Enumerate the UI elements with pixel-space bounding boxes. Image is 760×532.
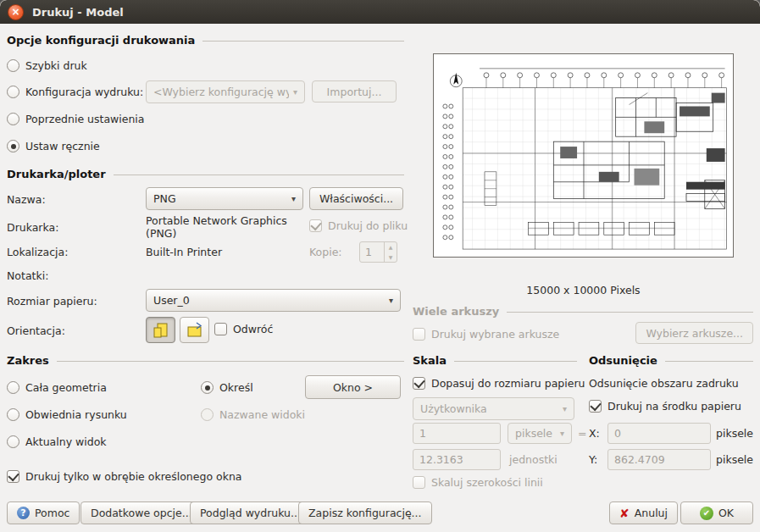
window-button[interactable]: Okno >	[305, 375, 401, 399]
button-label: Importuj...	[327, 86, 382, 98]
location-label: Lokalizacja:	[7, 246, 68, 258]
radio-icon[interactable]	[7, 435, 19, 448]
radio-icon[interactable]	[7, 408, 19, 421]
radio-icon[interactable]	[7, 59, 19, 72]
cad-drawing	[434, 54, 733, 257]
divider	[114, 175, 404, 175]
cancel-button[interactable]: ✘ Anuluj	[609, 502, 678, 524]
only-window-checkbox[interactable]: Drukuj tylko w obrębie określonego okna	[7, 470, 242, 483]
radio-quick-print[interactable]: Szybki druk	[7, 59, 87, 72]
section-heading-print-config: Opcje konfiguracji drukowania	[7, 34, 404, 47]
paper-size-label: Rozmiar papieru:	[7, 295, 97, 308]
spin-down-icon: ▼	[385, 252, 397, 263]
section-heading-printer: Drukarka/ploter	[7, 168, 404, 180]
radio-label: Ustaw ręcznie	[25, 140, 100, 152]
paper-size-combobox[interactable]: User_0 ▾	[146, 289, 401, 312]
center-on-paper-checkbox[interactable]: Drukuj na środku papieru	[589, 400, 741, 413]
print-config-combobox: <Wybierz konfigurację wyc ▾	[146, 80, 305, 103]
input-value: 862.4709	[614, 453, 665, 466]
radio-icon[interactable]	[7, 86, 19, 98]
print-preview-button[interactable]: Podgląd wydruku...	[190, 502, 311, 524]
divider	[454, 361, 577, 362]
radio-icon[interactable]	[7, 113, 19, 125]
button-label: Podgląd wydruku...	[200, 507, 301, 519]
print-selected-sheets-checkbox: Drukuj wybrane arkusze	[413, 328, 559, 341]
x-label: X:	[589, 427, 600, 440]
scale-unit-combobox: piksele ▾	[508, 423, 572, 444]
radio-current-view[interactable]: Aktualny widok	[7, 435, 107, 448]
button-label: Pomoc	[35, 507, 69, 519]
window-titlebar: × Drukuj - Model	[0, 0, 760, 24]
units-label: jednostki	[509, 453, 558, 466]
checkbox-icon	[413, 476, 425, 489]
properties-button[interactable]: Właściwości...	[309, 187, 403, 210]
y-unit-label: piksele	[716, 453, 753, 466]
button-label: Dodatkowe opcje...	[91, 507, 192, 519]
x-unit-label: piksele	[716, 427, 753, 440]
scale-factor-input: 1	[413, 423, 501, 444]
checkbox-label: Drukuj wybrane arkusze	[431, 328, 559, 341]
checkbox-icon[interactable]	[214, 323, 227, 335]
offset-area-label: Odsunięcie obszaru zadruku	[589, 377, 739, 390]
button-label: Zapisz konfigurację...	[308, 507, 422, 519]
radio-icon[interactable]	[201, 381, 214, 394]
section-heading-sheets: Wiele arkuszy	[413, 305, 753, 318]
checkbox-label: Drukuj do pliku	[328, 219, 408, 232]
help-button[interactable]: ? Pomoc	[7, 502, 80, 524]
button-label: Właściwości...	[319, 192, 393, 205]
preview-size-text: 15000 x 10000 Pixels	[433, 284, 734, 296]
section-heading-range: Zakres	[7, 354, 404, 367]
fit-to-paper-checkbox[interactable]: Dopasuj do rozmiaru papieru	[413, 377, 585, 390]
additional-options-button[interactable]: Dodatkowe opcje...	[80, 502, 202, 524]
orientation-portrait-button[interactable]	[146, 317, 175, 343]
units-value-input: 12.3163	[413, 449, 501, 470]
checkbox-label: Drukuj tylko w obrębie określonego okna	[25, 470, 242, 483]
orientation-label: Orientacja:	[7, 324, 65, 337]
ok-icon: ✔	[700, 507, 713, 520]
combobox-value: <Wybierz konfigurację wyc	[153, 86, 289, 98]
button-label: Anuluj	[635, 507, 668, 519]
radio-icon[interactable]	[7, 381, 19, 394]
copies-spinner: 1 ▲ ▼	[359, 241, 397, 263]
radio-label: Szybki druk	[25, 59, 87, 72]
orientation-landscape-button[interactable]	[180, 317, 209, 343]
checkbox-icon[interactable]	[589, 400, 602, 413]
combobox-value: Użytkownika	[420, 402, 558, 415]
radio-print-config[interactable]: Konfiguracja wydruku:	[7, 86, 143, 98]
y-offset-input: 862.4709	[607, 449, 711, 470]
radio-specify[interactable]: Określ	[201, 381, 253, 394]
x-offset-input: 0	[607, 423, 711, 444]
printer-value: Portable Network Graphics (PNG)	[146, 214, 297, 240]
button-label: Wybierz arkusze...	[646, 327, 743, 340]
section-title: Opcje konfiguracji drukowania	[7, 34, 195, 47]
radio-all-geometry[interactable]: Cała geometria	[7, 381, 107, 394]
checkbox-icon[interactable]	[413, 377, 425, 390]
combobox-value: User_0	[153, 294, 385, 307]
radio-label: Określ	[219, 381, 253, 394]
checkbox-label: Odwróć	[233, 323, 273, 335]
checkbox-icon	[413, 328, 425, 341]
radio-named-views: Nazwane widoki	[201, 408, 305, 421]
radio-label: Konfiguracja wydruku:	[25, 86, 143, 98]
window-title: Drukuj - Model	[32, 6, 124, 19]
button-label: Okno >	[333, 381, 373, 394]
radio-previous-settings[interactable]: Poprzednie ustawienia	[7, 113, 145, 125]
radio-drawing-boundary[interactable]: Obwiednia rysunku	[7, 408, 127, 421]
spin-up-icon: ▲	[385, 242, 397, 252]
divider	[202, 41, 404, 42]
copies-value: 1	[360, 242, 384, 262]
divider	[507, 312, 753, 313]
save-config-button[interactable]: Zapisz konfigurację...	[298, 502, 432, 524]
checkbox-icon[interactable]	[7, 470, 19, 483]
input-value: 0	[614, 427, 621, 440]
chevron-down-icon: ▾	[560, 429, 564, 438]
radio-icon[interactable]	[7, 140, 19, 152]
invert-checkbox[interactable]: Odwróć	[214, 323, 273, 335]
combobox-value: PNG	[153, 192, 287, 205]
radio-label: Poprzednie ustawienia	[25, 113, 145, 125]
print-dialog: × Drukuj - Model Opcje konfiguracji druk…	[0, 0, 760, 532]
radio-manual-setup[interactable]: Ustaw ręcznie	[7, 140, 100, 152]
ok-button[interactable]: ✔ OK	[680, 502, 753, 524]
printer-name-combobox[interactable]: PNG ▾	[146, 187, 303, 210]
close-button[interactable]: ×	[8, 4, 24, 20]
